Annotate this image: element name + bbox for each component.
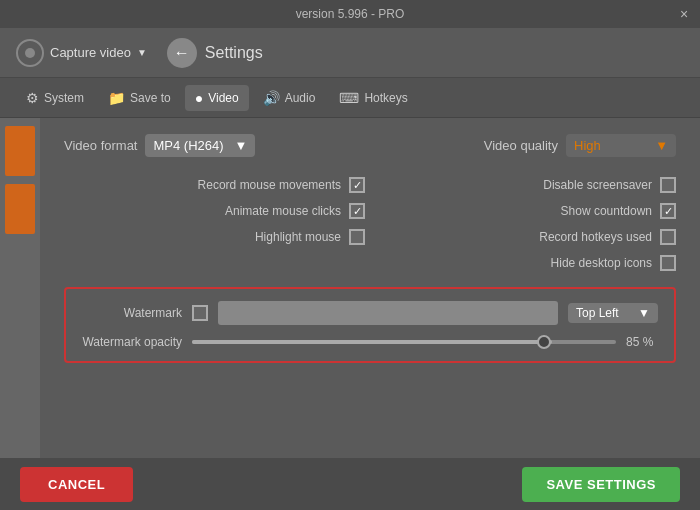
animate-clicks-checkbox[interactable] — [349, 203, 365, 219]
main-layout: Video format MP4 (H264) ▼ Video quality … — [0, 118, 700, 458]
watermark-opacity-row: Watermark opacity 85 % — [82, 335, 658, 349]
option-record-hotkeys: Record hotkeys used — [375, 229, 676, 245]
back-button[interactable]: ← — [167, 38, 197, 68]
disable-screensaver-label: Disable screensaver — [543, 178, 652, 192]
highlight-mouse-checkbox[interactable] — [349, 229, 365, 245]
main-window: version 5.996 - PRO × Capture video ▼ ← … — [0, 0, 700, 510]
tab-system-label: System — [44, 91, 84, 105]
close-button[interactable]: × — [676, 6, 692, 22]
header-bar: Capture video ▼ ← Settings — [0, 28, 700, 78]
audio-icon: 🔊 — [263, 90, 280, 106]
watermark-input[interactable] — [218, 301, 558, 325]
settings-title: Settings — [205, 44, 263, 62]
watermark-position-dropdown[interactable]: Top Left ▼ — [568, 303, 658, 323]
cancel-button[interactable]: CANCEL — [20, 467, 133, 502]
sidebar-block-2 — [5, 184, 35, 234]
tab-save-to-label: Save to — [130, 91, 171, 105]
option-animate-clicks: Animate mouse clicks — [64, 203, 365, 219]
watermark-position-value: Top Left — [576, 306, 619, 320]
tab-hotkeys-label: Hotkeys — [364, 91, 407, 105]
tab-hotkeys[interactable]: ⌨ Hotkeys — [329, 85, 417, 111]
opacity-value: 85 % — [626, 335, 658, 349]
watermark-opacity-label: Watermark opacity — [82, 335, 182, 349]
watermark-row: Watermark Top Left ▼ — [82, 301, 658, 325]
show-countdown-label: Show countdown — [561, 204, 652, 218]
capture-inner-circle — [25, 48, 35, 58]
position-dropdown-arrow-icon: ▼ — [638, 306, 650, 320]
option-disable-screensaver: Disable screensaver — [375, 177, 676, 193]
title-bar: version 5.996 - PRO × — [0, 0, 700, 28]
tab-audio[interactable]: 🔊 Audio — [253, 85, 326, 111]
capture-icon — [16, 39, 44, 67]
show-countdown-checkbox[interactable] — [660, 203, 676, 219]
option-record-mouse: Record mouse movements — [64, 177, 365, 193]
video-icon: ● — [195, 90, 203, 106]
option-highlight-mouse: Highlight mouse — [64, 229, 365, 245]
capture-video-button[interactable]: Capture video ▼ — [16, 39, 147, 67]
opacity-slider-fill — [192, 340, 552, 344]
tabs-bar: ⚙ System 📁 Save to ● Video 🔊 Audio ⌨ Hot… — [0, 78, 700, 118]
video-format-value: MP4 (H264) — [153, 138, 223, 153]
tab-system[interactable]: ⚙ System — [16, 85, 94, 111]
animate-clicks-label: Animate mouse clicks — [225, 204, 341, 218]
format-row: Video format MP4 (H264) ▼ Video quality … — [64, 134, 676, 157]
dropdown-arrow-icon: ▼ — [235, 138, 248, 153]
quality-dropdown-arrow-icon: ▼ — [655, 138, 668, 153]
hide-desktop-checkbox[interactable] — [660, 255, 676, 271]
disable-screensaver-checkbox[interactable] — [660, 177, 676, 193]
watermark-checkbox[interactable] — [192, 305, 208, 321]
chevron-down-icon: ▼ — [137, 47, 147, 58]
watermark-section: Watermark Top Left ▼ Watermark opacity 8… — [64, 287, 676, 363]
watermark-label: Watermark — [82, 306, 182, 320]
tab-audio-label: Audio — [285, 91, 316, 105]
option-show-countdown: Show countdown — [375, 203, 676, 219]
hotkeys-icon: ⌨ — [339, 90, 359, 106]
video-quality-label: Video quality — [484, 138, 558, 153]
record-hotkeys-checkbox[interactable] — [660, 229, 676, 245]
title-text: version 5.996 - PRO — [296, 7, 405, 21]
hide-desktop-label: Hide desktop icons — [551, 256, 652, 270]
video-format-label: Video format — [64, 138, 137, 153]
save-settings-button[interactable]: SAVE SETTINGS — [522, 467, 680, 502]
video-quality-value: High — [574, 138, 601, 153]
footer: CANCEL SAVE SETTINGS — [0, 458, 700, 510]
save-to-icon: 📁 — [108, 90, 125, 106]
opacity-slider-thumb[interactable] — [537, 335, 551, 349]
video-format-dropdown[interactable]: MP4 (H264) ▼ — [145, 134, 255, 157]
opacity-slider-track[interactable] — [192, 340, 616, 344]
capture-label: Capture video — [50, 45, 131, 60]
video-quality-group: Video quality High ▼ — [484, 134, 676, 157]
system-icon: ⚙ — [26, 90, 39, 106]
option-hide-desktop: Hide desktop icons — [375, 255, 676, 271]
video-quality-dropdown[interactable]: High ▼ — [566, 134, 676, 157]
tab-video[interactable]: ● Video — [185, 85, 249, 111]
record-mouse-label: Record mouse movements — [198, 178, 341, 192]
record-hotkeys-label: Record hotkeys used — [539, 230, 652, 244]
tab-video-label: Video — [208, 91, 238, 105]
content-area: Video format MP4 (H264) ▼ Video quality … — [40, 118, 700, 458]
sidebar-block-1 — [5, 126, 35, 176]
tab-save-to[interactable]: 📁 Save to — [98, 85, 181, 111]
highlight-mouse-label: Highlight mouse — [255, 230, 341, 244]
sidebar-panel — [0, 118, 40, 458]
video-format-group: Video format MP4 (H264) ▼ — [64, 134, 255, 157]
record-mouse-checkbox[interactable] — [349, 177, 365, 193]
